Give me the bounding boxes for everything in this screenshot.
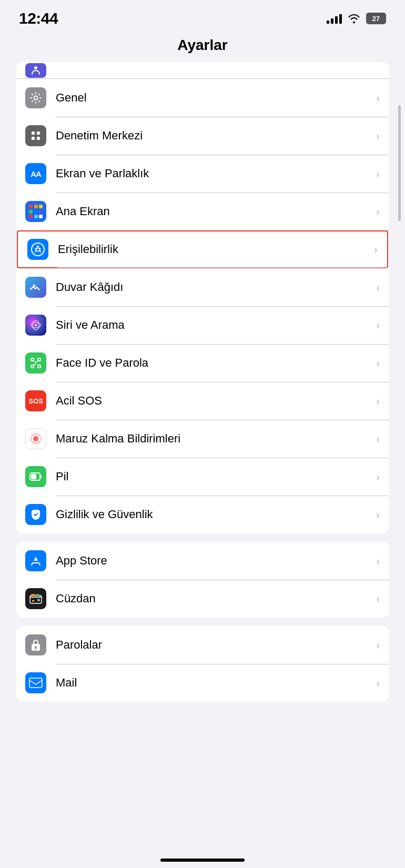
genel-icon	[25, 87, 46, 108]
svg-rect-4	[32, 137, 35, 140]
pil-label: Pil	[56, 470, 376, 483]
parolalar-icon	[25, 634, 46, 655]
battery-icon: 27	[366, 13, 386, 24]
parolalar-chevron: ›	[376, 639, 380, 651]
anaekran-label: Ana Ekran	[56, 205, 376, 218]
scrollbar[interactable]	[398, 105, 401, 221]
svg-rect-28	[31, 594, 35, 596]
appstore-chevron: ›	[376, 555, 380, 567]
partial-icon	[25, 63, 46, 78]
svg-rect-34	[29, 678, 42, 688]
svg-point-6	[32, 243, 44, 256]
ekran-label: Ekran ve Parlaklık	[56, 167, 376, 180]
section-passwords: Parolalar › Mail ›	[16, 626, 389, 702]
section-main: Genel › Denetim Merkezi › AA Ekran ve Pa…	[16, 79, 389, 533]
faceid-label: Face ID ve Parola	[56, 356, 376, 370]
row-anaekran[interactable]: Ana Ekran ›	[16, 193, 389, 230]
row-gizlilik[interactable]: Gizlilik ve Güvenlik ›	[16, 496, 389, 533]
siri-chevron: ›	[376, 319, 380, 331]
row-denetim[interactable]: Denetim Merkezi ›	[16, 117, 389, 155]
acilsos-label: Acil SOS	[56, 394, 376, 408]
parolalar-label: Parolalar	[56, 638, 376, 652]
denetim-label: Denetim Merkezi	[56, 129, 376, 143]
mail-icon	[25, 672, 46, 693]
row-ekran[interactable]: AA Ekran ve Parlaklık ›	[16, 155, 389, 193]
wifi-icon	[347, 13, 361, 24]
status-bar: 12:44 27	[0, 0, 405, 33]
row-genel[interactable]: Genel ›	[16, 79, 389, 117]
svg-point-7	[37, 246, 39, 248]
svg-rect-3	[37, 132, 40, 135]
gizlilik-icon	[25, 504, 46, 525]
row-acilsos[interactable]: SOS Acil SOS ›	[16, 382, 389, 420]
signal-icon	[327, 13, 342, 24]
cuzdan-label: Cüzdan	[56, 592, 376, 605]
row-appstore[interactable]: App Store ›	[16, 542, 389, 580]
pil-icon	[25, 466, 46, 487]
row-pil[interactable]: Pil ›	[16, 458, 389, 496]
svg-rect-30	[32, 600, 34, 602]
row-duvar[interactable]: Duvar Kâğıdı ›	[16, 268, 389, 306]
cuzdan-chevron: ›	[376, 593, 380, 605]
partial-top-row	[16, 62, 389, 79]
svg-rect-2	[32, 132, 35, 135]
row-erisim[interactable]: Erişilebilirlik ›	[17, 230, 388, 268]
appstore-label: App Store	[56, 554, 376, 568]
svg-point-16	[34, 361, 35, 362]
appstore-icon	[25, 550, 46, 571]
siri-label: Siri ve Arama	[56, 318, 376, 332]
row-mail[interactable]: Mail ›	[16, 664, 389, 702]
gizlilik-chevron: ›	[376, 509, 380, 521]
maruz-icon	[25, 428, 46, 449]
genel-label: Genel	[56, 91, 376, 105]
anaekran-icon	[25, 201, 46, 222]
anaekran-chevron: ›	[376, 206, 380, 218]
mail-label: Mail	[56, 676, 376, 690]
svg-rect-24	[31, 474, 36, 479]
svg-point-19	[33, 436, 38, 441]
siri-icon	[25, 315, 46, 336]
status-time: 12:44	[19, 9, 58, 27]
erisim-chevron: ›	[374, 244, 378, 256]
maruz-chevron: ›	[376, 433, 380, 445]
page-title: Ayarlar	[0, 33, 405, 62]
section-appstore: App Store › Cüzdan ›	[16, 542, 389, 618]
duvar-label: Duvar Kâğıdı	[56, 280, 376, 294]
duvar-icon	[25, 277, 46, 298]
pil-chevron: ›	[376, 471, 380, 483]
svg-point-17	[37, 361, 38, 362]
status-icons: 27	[327, 13, 386, 24]
row-siri[interactable]: Siri ve Arama ›	[16, 306, 389, 344]
svg-point-11	[35, 324, 37, 326]
denetim-icon	[25, 125, 46, 146]
svg-rect-5	[37, 137, 40, 140]
mail-chevron: ›	[376, 677, 380, 689]
maruz-label: Maruz Kalma Bildirimleri	[56, 432, 376, 446]
duvar-chevron: ›	[376, 281, 380, 294]
ekran-chevron: ›	[376, 168, 380, 180]
gizlilik-label: Gizlilik ve Güvenlik	[56, 508, 376, 521]
svg-rect-14	[31, 365, 34, 368]
svg-rect-15	[38, 365, 40, 368]
row-cuzdan[interactable]: Cüzdan ›	[16, 580, 389, 618]
faceid-chevron: ›	[376, 357, 380, 369]
row-maruz[interactable]: Maruz Kalma Bildirimleri ›	[16, 420, 389, 458]
faceid-icon	[25, 352, 46, 374]
svg-point-0	[34, 66, 37, 69]
svg-rect-12	[31, 358, 34, 361]
row-faceid[interactable]: Face ID ve Parola ›	[16, 344, 389, 382]
erisim-icon	[27, 239, 48, 260]
svg-point-1	[34, 96, 38, 100]
denetim-chevron: ›	[376, 130, 380, 142]
row-parolalar[interactable]: Parolalar ›	[16, 626, 389, 664]
svg-rect-29	[36, 594, 39, 596]
svg-rect-13	[38, 358, 40, 361]
genel-chevron: ›	[376, 92, 380, 104]
home-indicator	[160, 859, 245, 862]
ekran-icon: AA	[25, 163, 46, 184]
svg-rect-23	[40, 475, 42, 478]
acilsos-chevron: ›	[376, 395, 380, 407]
erisim-label: Erişilebilirlik	[58, 243, 374, 256]
acilsos-icon: SOS	[25, 390, 46, 411]
cuzdan-icon	[25, 588, 46, 609]
